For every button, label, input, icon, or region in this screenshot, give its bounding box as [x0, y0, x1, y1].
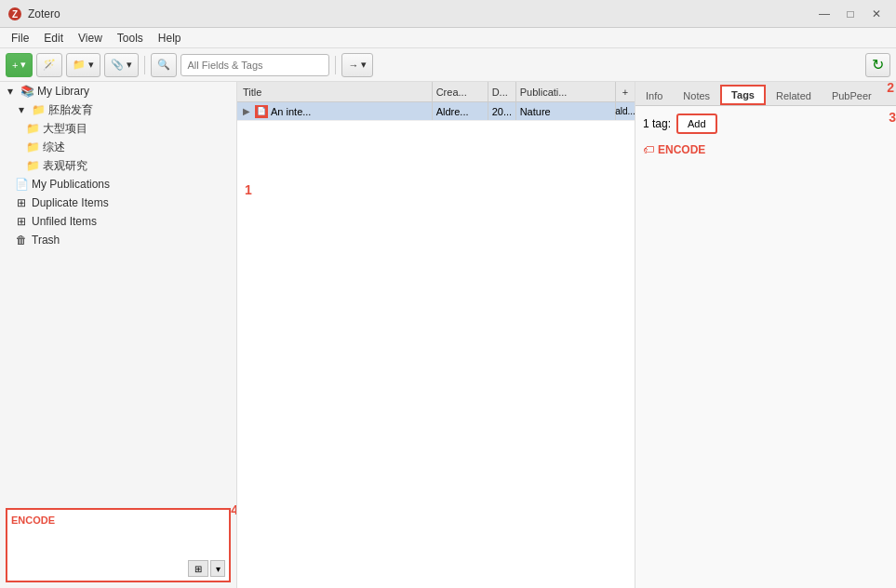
main-layout: ▾ 📚 My Library ▾ 📁 胚胎发育 📁 大型项目 📁 综述 📁 表观…: [0, 82, 896, 588]
locate-button[interactable]: 🔍: [151, 53, 177, 77]
row-creator-cell: Aldre...: [433, 102, 488, 120]
tag-dropdown-button[interactable]: ▾: [210, 560, 225, 577]
maximize-button[interactable]: □: [838, 4, 863, 24]
tag-filter-box: ENCODE ⊞ ▾: [6, 508, 231, 582]
folder-icon-2: 📁: [26, 122, 39, 135]
unfiled-icon: ⊞: [15, 215, 28, 228]
plus-icon: +: [12, 60, 18, 71]
sync-icon: ↻: [872, 56, 884, 74]
col-header-publication[interactable]: Publicati...: [516, 82, 616, 101]
separator-1: [144, 56, 145, 74]
tag-filter-label: ENCODE: [11, 514, 55, 526]
menu-file[interactable]: File: [4, 30, 36, 47]
annotation-2: 2: [887, 80, 894, 95]
sidebar-label-bigproject: 大型项目: [43, 121, 233, 137]
row-date-cell: 20...: [488, 102, 516, 120]
toolbar: + ▾ 🪄 📁 ▾ 📎 ▾ 🔍 → ▾ ↻: [0, 48, 896, 82]
tag-count-row: 1 tag: Add 3: [643, 114, 889, 134]
sidebar-item-review[interactable]: 📁 综述: [0, 138, 236, 156]
new-collection-button[interactable]: 📁 ▾: [66, 53, 100, 77]
separator-2: [335, 56, 336, 74]
tab-notes[interactable]: Notes: [673, 85, 720, 105]
folder-icon-3: 📁: [26, 140, 39, 154]
menu-view[interactable]: View: [71, 30, 110, 47]
menu-help[interactable]: Help: [151, 30, 189, 47]
tag-grid-button[interactable]: ⊞: [188, 560, 208, 577]
expand-icon: ▶: [243, 106, 250, 116]
right-content: 1 tag: Add 3 🏷 ENCODE: [635, 106, 896, 588]
library-icon: ▾: [4, 85, 17, 98]
menu-tools[interactable]: Tools: [110, 30, 151, 47]
sidebar-label-trash: Trash: [32, 234, 233, 247]
sidebar-label-epigenetics: 表观研究: [43, 158, 233, 174]
my-library-label: My Library: [37, 85, 233, 98]
trash-icon: 🗑: [15, 234, 28, 247]
title-col-label: Title: [243, 87, 261, 98]
tab-info[interactable]: Info: [635, 85, 673, 105]
close-button[interactable]: ✕: [864, 4, 889, 24]
annotation-3: 3: [889, 110, 896, 125]
annotation-1: 1: [245, 182, 252, 197]
locate-item-button[interactable]: → ▾: [341, 53, 373, 77]
library-folder-icon: 📚: [20, 85, 33, 98]
new-item-label: ▾: [20, 59, 26, 71]
col-header-creator[interactable]: Crea...: [433, 82, 488, 101]
table-row[interactable]: ▶ 📄 An inte... Aldre... 20... Nature ald…: [237, 102, 635, 121]
date-col-label: D...: [492, 87, 508, 98]
sidebar-label-unfiled: Unfiled Items: [32, 215, 233, 228]
sidebar-item-my-library[interactable]: ▾ 📚 My Library: [0, 82, 236, 100]
add-by-identifier-button[interactable]: 🪄: [36, 53, 62, 77]
row-extra-cell: ald...: [616, 102, 635, 120]
row-pub-cell: Nature: [516, 102, 616, 120]
col-header-extra[interactable]: +: [616, 82, 635, 101]
tab-related[interactable]: Related: [766, 85, 822, 105]
row-extra-text: ald...: [615, 106, 635, 116]
sidebar-item-unfiled[interactable]: ⊞ Unfiled Items: [0, 212, 236, 231]
sidebar-item-epigenetics[interactable]: 📁 表观研究: [0, 156, 236, 175]
add-tag-button[interactable]: Add: [676, 114, 717, 134]
sidebar-item-duplicates[interactable]: ⊞ Duplicate Items: [0, 194, 236, 212]
app-icon: Z: [7, 7, 22, 21]
tab-pubpeer[interactable]: PubPeer: [822, 85, 882, 105]
right-panel: Info Notes Tags Related PubPeer 2 1 tag:…: [635, 82, 896, 588]
folder-icon-1: 📁: [32, 103, 45, 116]
pub-col-label: Publicati...: [520, 87, 568, 98]
new-item-button[interactable]: + ▾: [6, 53, 33, 77]
annotation-4: 4: [231, 502, 237, 517]
sidebar-item-publications[interactable]: 📄 My Publications: [0, 175, 236, 194]
folder-icon: 📁: [73, 59, 86, 71]
menu-edit[interactable]: Edit: [36, 30, 71, 47]
wand-icon: 🪄: [43, 59, 56, 71]
sidebar: ▾ 📚 My Library ▾ 📁 胚胎发育 📁 大型项目 📁 综述 📁 表观…: [0, 82, 237, 588]
search-input[interactable]: [181, 54, 329, 76]
row-pub-text: Nature: [520, 106, 551, 117]
sidebar-item-embryo[interactable]: ▾ 📁 胚胎发育: [0, 100, 236, 119]
folder-icon-4: 📁: [26, 159, 39, 172]
col-header-date[interactable]: D...: [488, 82, 516, 101]
add-attachment-button[interactable]: 📎 ▾: [104, 53, 139, 77]
svg-text:Z: Z: [12, 9, 18, 20]
magnify-icon: 🔍: [157, 59, 170, 71]
window-title: Zotero: [28, 7, 812, 20]
sidebar-label-duplicates: Duplicate Items: [32, 196, 233, 209]
right-tabs: Info Notes Tags Related PubPeer 2: [635, 82, 896, 106]
sidebar-item-trash[interactable]: 🗑 Trash: [0, 231, 236, 249]
collapse-icon: ▾: [15, 103, 28, 116]
tag-label-icon: 🏷: [643, 143, 654, 156]
creator-col-label: Crea...: [436, 87, 467, 98]
sidebar-label-review: 综述: [43, 140, 233, 155]
publications-icon: 📄: [15, 178, 28, 191]
minimize-button[interactable]: —: [812, 4, 836, 24]
row-title-text: An inte...: [271, 106, 311, 117]
paperclip-icon: 📎: [111, 59, 124, 71]
sidebar-item-bigproject[interactable]: 📁 大型项目: [0, 119, 236, 138]
window-controls: — □ ✕: [812, 4, 889, 24]
row-date-text: 20...: [492, 106, 512, 117]
col-header-title[interactable]: Title: [237, 82, 433, 101]
tab-tags[interactable]: Tags: [720, 85, 766, 105]
row-title-cell: ▶ 📄 An inte...: [237, 102, 433, 120]
sync-button[interactable]: ↻: [865, 53, 890, 77]
tag-filter-area: ENCODE ⊞ ▾ 4: [0, 502, 236, 588]
menu-bar: File Edit View Tools Help: [0, 28, 896, 48]
title-bar: Z Zotero — □ ✕: [0, 0, 896, 28]
